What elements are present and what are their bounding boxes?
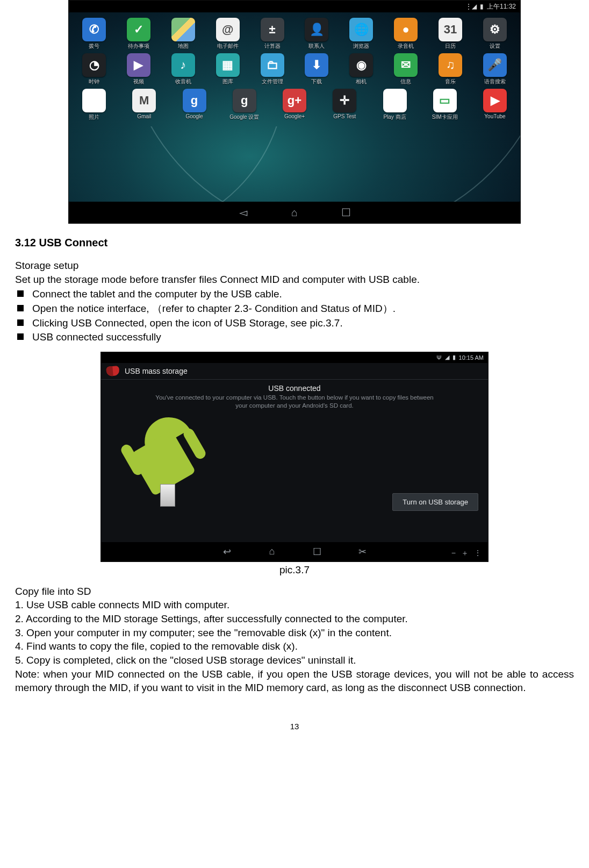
play-store-icon: ▶	[383, 89, 407, 112]
app-todo[interactable]: ✓待办事项	[119, 18, 159, 50]
step: 2. According to the MID storage Settings…	[15, 612, 574, 626]
bullet-item: Open the notice interface, （refer to cha…	[15, 302, 574, 316]
android-usb-illustration	[120, 415, 217, 507]
music-icon: ♫	[439, 53, 462, 77]
app-google-plus[interactable]: g+Google+	[275, 89, 314, 121]
app-contacts[interactable]: 👤联系人	[297, 18, 336, 50]
app-downloads[interactable]: ⬇下载	[297, 53, 336, 86]
nav-bar: ↩ ⌂ ☐ ✂ − ＋ ⋮	[101, 542, 488, 561]
storage-setup-line: Set up the storage mode before transfer …	[15, 273, 574, 287]
nav-home-icon[interactable]: ⌂	[288, 205, 301, 219]
fm-icon: ♪	[171, 53, 195, 77]
messages-icon: ✉	[394, 53, 418, 77]
app-clock[interactable]: ◔时钟	[74, 53, 114, 86]
app-label: 待办事项	[128, 42, 149, 50]
app-email[interactable]: @电子邮件	[208, 18, 248, 50]
note-paragraph: Note: when your MID connected on the USB…	[15, 667, 574, 695]
battery-icon: ▮	[480, 3, 484, 10]
youtube-icon: ▶	[483, 89, 507, 112]
todo-icon: ✓	[127, 18, 150, 41]
title-text: USB mass storage	[125, 367, 188, 375]
app-label: 拨号	[89, 42, 99, 50]
storage-setup-title: Storage setup	[15, 259, 574, 273]
app-label: YouTube	[484, 113, 505, 119]
app-label: 下载	[311, 78, 322, 86]
google-plus-icon: g+	[283, 89, 306, 112]
menu-icon[interactable]: ⋮	[474, 549, 482, 558]
nav-recent-icon[interactable]: ☐	[339, 205, 353, 219]
app-music[interactable]: ♫音乐	[430, 53, 470, 86]
app-play-store[interactable]: ▶Play 商店	[375, 89, 415, 121]
voice-icon: 🎤	[483, 53, 507, 77]
app-audio-rec[interactable]: ●录音机	[386, 18, 426, 50]
wifi-icon: ⋮◢	[465, 3, 477, 10]
app-gallery[interactable]: ▦图库	[208, 53, 248, 86]
app-voice[interactable]: 🎤语音搜索	[475, 53, 515, 86]
app-label: 电子邮件	[217, 42, 239, 50]
app-label: 音乐	[445, 78, 456, 86]
app-camera[interactable]: ◉相机	[341, 53, 381, 86]
step: 3. Open your computer in my computer; se…	[15, 626, 574, 640]
browser-icon: 🌐	[349, 18, 373, 41]
app-label: SIM卡应用	[432, 113, 458, 121]
bullet-item: USB connected successfully	[15, 330, 574, 344]
app-phone[interactable]: ✆拨号	[74, 18, 114, 50]
app-calendar[interactable]: 31日历	[430, 18, 470, 50]
nav-back-icon[interactable]: ◅	[236, 205, 250, 219]
app-gps-test[interactable]: ✛GPS Test	[325, 89, 364, 121]
app-fm[interactable]: ♪收音机	[163, 53, 203, 86]
bullet-item: Clicking USB Connected, open the icon of…	[15, 316, 574, 330]
nav-bar: ◅ ⌂ ☐	[69, 202, 520, 223]
status-time: 上午11:32	[487, 2, 516, 11]
app-label: Google	[185, 113, 203, 119]
clock-icon: ◔	[82, 53, 106, 77]
wallpaper	[69, 126, 520, 202]
step: 1. Use USB cable connects MID with compu…	[15, 598, 574, 612]
usb-connected-description: You've connected to your computer via US…	[155, 394, 434, 410]
app-google-settings[interactable]: gGoogle 设置	[225, 89, 264, 121]
status-time: 10:15 AM	[459, 354, 484, 361]
app-label: 设置	[490, 42, 500, 50]
nav-recent-icon[interactable]: ☐	[311, 545, 324, 558]
camera-icon: ◉	[349, 53, 373, 77]
app-label: 联系人	[308, 42, 325, 50]
app-calculator[interactable]: ±计算器	[253, 18, 292, 50]
settings-icon: ⚙	[483, 18, 507, 41]
app-files[interactable]: 🗀文件管理	[253, 53, 292, 86]
sim-apps-icon: ▭	[433, 89, 457, 112]
app-messages[interactable]: ✉信息	[386, 53, 426, 86]
app-settings[interactable]: ⚙设置	[475, 18, 515, 50]
app-label: 录音机	[398, 42, 414, 50]
volume-down-icon[interactable]: −	[451, 549, 456, 558]
title-bar: USB mass storage	[101, 363, 488, 380]
bullet-item: Connect the tablet and the computer by t…	[15, 287, 574, 301]
screenshot-home: ⋮◢ ▮ 上午11:32 ✆拨号✓待办事项地图@电子邮件±计算器👤联系人🌐浏览器…	[68, 0, 521, 224]
app-gmail[interactable]: MGmail	[124, 89, 164, 121]
app-label: 文件管理	[262, 78, 283, 86]
app-label: 时钟	[89, 78, 99, 86]
usb-status-icon: Ψ	[436, 354, 441, 361]
app-youtube[interactable]: ▶YouTube	[475, 89, 515, 121]
screenshot-icon[interactable]: ✂	[356, 545, 369, 558]
app-label: 照片	[89, 113, 99, 121]
app-label: 视频	[133, 78, 144, 86]
app-video[interactable]: ▶视频	[119, 53, 159, 86]
app-label: 图库	[222, 78, 233, 86]
files-icon: 🗀	[261, 53, 284, 77]
nav-back-icon[interactable]: ↩	[220, 545, 233, 558]
app-label: 日历	[445, 42, 456, 50]
app-sim-apps[interactable]: ▭SIM卡应用	[425, 89, 465, 121]
app-google[interactable]: gGoogle	[175, 89, 214, 121]
maps-icon	[171, 18, 195, 41]
app-photos[interactable]: ✿照片	[74, 89, 114, 121]
app-maps[interactable]: 地图	[163, 18, 203, 50]
turn-on-usb-storage-button[interactable]: Turn on USB storage	[392, 493, 478, 511]
volume-up-icon[interactable]: ＋	[461, 549, 469, 558]
figure-caption: pic.3.7	[15, 564, 574, 576]
app-label: 地图	[178, 42, 189, 50]
app-browser[interactable]: 🌐浏览器	[341, 18, 381, 50]
phone-icon: ✆	[82, 18, 106, 41]
nav-home-icon[interactable]: ⌂	[265, 545, 278, 558]
google-settings-icon: g	[233, 89, 256, 112]
page-number: 13	[15, 722, 574, 731]
